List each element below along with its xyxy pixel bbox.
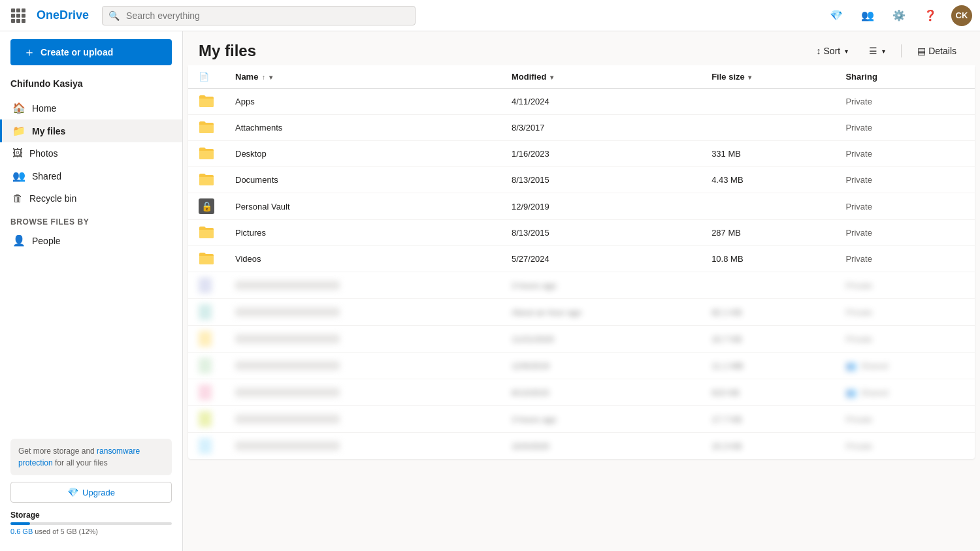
table-row[interactable]: 12/9/201911.1 MB👥Shared (188, 353, 975, 379)
file-name-cell[interactable] (225, 272, 501, 299)
file-name-cell[interactable]: Desktop (225, 141, 501, 167)
sharing-private-label: Private (845, 334, 872, 344)
table-row[interactable]: 11/21/202010.7 KBPrivate (188, 326, 975, 353)
name-sort-asc-icon: ↑ (262, 74, 265, 81)
file-list-table: 📄 Name ↑ ▾ Modified ▾ File size (188, 65, 975, 459)
file-name-cell[interactable] (225, 353, 501, 379)
folder-icon: 📁 (12, 125, 25, 137)
sharing-private-label: Private (845, 202, 872, 212)
sharing-people-icon: 👥 (845, 360, 857, 371)
upgrade-button[interactable]: 💎 Upgrade (10, 482, 172, 503)
storage-used-link[interactable]: 0.6 GB (10, 527, 33, 535)
sharing-cell-wrapper: Private (835, 220, 975, 246)
blurred-file-name (235, 307, 340, 317)
home-icon: 🏠 (12, 102, 25, 114)
details-button[interactable]: ▤ Details (909, 42, 964, 60)
sharing-label: Shared (860, 361, 888, 371)
sort-chevron-icon: ▾ (845, 48, 848, 55)
file-icon-cell (188, 167, 225, 193)
name-col-label: Name (235, 72, 258, 82)
table-row[interactable]: 🔒 Personal Vault12/9/2019Private (188, 193, 975, 220)
file-icon-cell (188, 220, 225, 246)
sidebar-item-people[interactable]: 👤 People (0, 229, 182, 252)
sort-label: Sort (824, 46, 841, 56)
sidebar-item-my-files-label: My files (32, 126, 65, 136)
modified-cell: 8/13/2015 (501, 220, 701, 246)
apps-grid-button[interactable] (8, 5, 29, 26)
col-header-name[interactable]: Name ↑ ▾ (225, 65, 501, 89)
sidebar-item-home[interactable]: 🏠 Home (0, 97, 182, 119)
modified-cell: 3 hours ago (501, 406, 701, 433)
premium-icon-button[interactable]: 💎 (826, 5, 847, 26)
sidebar-item-photos[interactable]: 🖼 Photos (0, 142, 182, 165)
file-name-wrapper (235, 415, 491, 424)
sidebar-item-recycle-bin-label: Recycle bin (29, 193, 76, 204)
table-row[interactable]: Videos5/27/202410.8 MBPrivate (188, 246, 975, 272)
file-size-cell: 4.43 MB (701, 167, 835, 193)
view-button[interactable]: ☰ ▾ (861, 42, 893, 60)
file-icon-cell (188, 115, 225, 141)
file-icon (199, 304, 212, 320)
search-input[interactable] (102, 6, 416, 25)
file-name-wrapper: Pictures (235, 228, 491, 238)
table-row[interactable]: 3 hours agoPrivate (188, 272, 975, 299)
settings-button[interactable]: ⚙️ (889, 5, 909, 26)
file-type-icon: 📄 (199, 72, 209, 82)
search-icon: 🔍 (108, 10, 120, 21)
sidebar-item-shared[interactable]: 👥 Shared (0, 165, 182, 187)
sidebar-item-photos-label: Photos (29, 148, 58, 159)
help-button[interactable]: ❓ (920, 5, 941, 26)
table-row[interactable]: Desktop1/16/2023331 MBPrivate (188, 141, 975, 167)
file-name-cell[interactable]: Apps (225, 89, 501, 115)
table-row[interactable]: 3 hours ago17.7 KBPrivate (188, 406, 975, 433)
file-name-text: Desktop (235, 149, 267, 159)
file-name-cell[interactable]: Videos (225, 246, 501, 272)
sort-button[interactable]: ↕ Sort ▾ (809, 42, 857, 60)
file-name-cell[interactable]: Pictures (225, 220, 501, 246)
table-row[interactable]: About an hour ago82.1 KBPrivate (188, 299, 975, 326)
file-name-text: Apps (235, 97, 255, 106)
table-row[interactable]: 10/3/202015.3 KBPrivate (188, 433, 975, 460)
file-name-wrapper: Apps (235, 97, 491, 106)
file-name-cell[interactable] (225, 379, 501, 406)
col-header-modified[interactable]: Modified ▾ (501, 65, 701, 89)
modified-cell: 8/13/2015 (501, 167, 701, 193)
modified-cell: 8/13/2015 (501, 379, 701, 406)
file-name-cell[interactable] (225, 326, 501, 353)
table-row[interactable]: Apps4/11/2024Private (188, 89, 975, 115)
sharing-cell: 👥Shared (845, 360, 964, 371)
file-name-wrapper (235, 388, 491, 397)
search-bar: 🔍 (102, 6, 416, 25)
promo-suffix: for all your files (53, 458, 108, 467)
file-size-cell: 11.1 MB (701, 353, 835, 379)
file-icon-cell (188, 299, 225, 326)
file-size-cell: 15.3 KB (701, 433, 835, 460)
storage-bar-fill (10, 522, 30, 525)
upgrade-label: Upgrade (82, 488, 115, 497)
create-upload-button[interactable]: ＋ Create or upload (10, 39, 172, 65)
sharing-cell-wrapper: Private (835, 89, 975, 115)
file-name-text: Attachments (235, 123, 282, 133)
file-name-wrapper: Desktop (235, 149, 491, 159)
sidebar-item-my-files[interactable]: 📁 My files (0, 119, 182, 142)
file-icon-cell (188, 246, 225, 272)
file-name-cell[interactable]: Documents (225, 167, 501, 193)
avatar[interactable]: CK (951, 5, 972, 26)
sharing-private-label: Private (845, 281, 872, 291)
table-row[interactable]: 8/13/2015615 KB👥Shared (188, 379, 975, 406)
table-row[interactable]: Attachments8/3/2017Private (188, 115, 975, 141)
sharing-cell-wrapper: Private (835, 433, 975, 460)
file-name-cell[interactable] (225, 299, 501, 326)
table-row[interactable]: Documents8/13/20154.43 MBPrivate (188, 167, 975, 193)
table-row[interactable]: Pictures8/13/2015287 MBPrivate (188, 220, 975, 246)
file-name-text: Videos (235, 254, 261, 264)
file-name-cell[interactable]: Personal Vault (225, 193, 501, 220)
people-header-button[interactable]: 👥 (857, 5, 878, 26)
sidebar-item-recycle-bin[interactable]: 🗑 Recycle bin (0, 187, 182, 210)
file-name-cell[interactable]: Attachments (225, 115, 501, 141)
file-size-cell: 10.7 KB (701, 326, 835, 353)
file-name-cell[interactable] (225, 406, 501, 433)
col-header-file-size[interactable]: File size ▾ (701, 65, 835, 89)
file-name-cell[interactable] (225, 433, 501, 460)
sidebar: ＋ Create or upload Chifundo Kasiya 🏠 Hom… (0, 31, 183, 551)
